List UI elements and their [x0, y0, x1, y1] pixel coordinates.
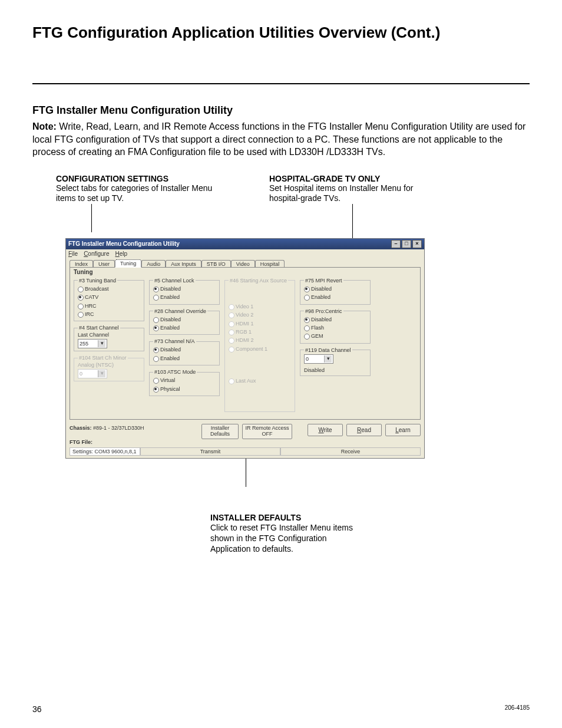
group-procentric: #98 Pro:Centric Disabled Flash GEM: [300, 308, 371, 344]
divider: [32, 83, 530, 84]
radio-irc[interactable]: IRC: [78, 310, 141, 318]
radio-enabled[interactable]: Enabled: [304, 293, 368, 301]
close-icon[interactable]: ×: [412, 240, 422, 248]
chevron-down-icon: ▾: [98, 370, 105, 377]
annotation-installer-defaults: INSTALLER DEFAULTS Click to reset FTG In…: [210, 513, 363, 555]
callout-line: [352, 204, 353, 238]
radio-disabled[interactable]: Disabled: [153, 345, 217, 354]
radio-rgb1: RGB 1: [229, 328, 292, 336]
annotation-hospital: HOSPITAL-GRADE TV ONLY Set Hospital item…: [269, 174, 446, 204]
section-title: FTG Installer Menu Configuration Utility: [32, 104, 530, 117]
callout-line: [246, 459, 246, 487]
tuning-panel: Tuning #3 Tuning Band Broadcast CATV HRC…: [70, 267, 421, 420]
learn-button[interactable]: Learn: [385, 424, 421, 436]
transmit-cell: Transmit: [140, 447, 280, 456]
read-button[interactable]: Read: [346, 424, 382, 436]
minimize-icon[interactable]: –: [391, 240, 401, 248]
radio-component1: Component 1: [229, 345, 292, 353]
group-channel-lock: #5 Channel Lock Disabled Enabled: [149, 278, 220, 305]
radio-last-aux: Last Aux: [229, 377, 292, 385]
radio-enabled[interactable]: Enabled: [153, 354, 217, 363]
title-bar: FTG Installer Menu Configuration Utility…: [66, 239, 424, 249]
radio-video2: Video 2: [229, 311, 292, 319]
status-bar: Settings: COM3 9600,n,8,1 Transmit Recei…: [70, 447, 421, 456]
start-ch-minor-select: 0 ▾: [78, 369, 107, 378]
note-paragraph: Note: Write, Read, Learn, and IR Remote …: [32, 120, 530, 159]
start-channel-select[interactable]: 255 ▾: [78, 339, 107, 348]
annotation-config: CONFIGURATION SETTINGS Select tabs for c…: [56, 174, 233, 204]
radio-video1: Video 1: [229, 302, 292, 311]
page-number: 36: [32, 704, 42, 714]
group-tuning-band: #3 Tuning Band Broadcast CATV HRC IRC: [74, 278, 144, 322]
radio-virtual[interactable]: Virtual: [153, 376, 217, 384]
tab-tuning[interactable]: Tuning: [115, 259, 141, 268]
radio-flash[interactable]: Flash: [304, 324, 368, 332]
settings-cell: Settings: COM3 9600,n,8,1: [70, 447, 140, 456]
chevron-down-icon: ▾: [324, 355, 332, 363]
menu-help[interactable]: Help: [115, 251, 128, 257]
window-title: FTG Installer Menu Configuration Utility: [68, 241, 180, 247]
group-channel-override: #28 Channel Override Disabled Enabled: [149, 308, 220, 335]
radio-hrc[interactable]: HRC: [78, 302, 141, 310]
maximize-icon[interactable]: □: [402, 240, 411, 248]
menu-file[interactable]: File: [68, 251, 78, 257]
group-mpi-revert: #75 MPI Revert Disabled Enabled: [300, 278, 371, 305]
group-starting-aux-source: #46 Starting Aux Source Video 1 Video 2 …: [224, 278, 295, 412]
receive-cell: Receive: [280, 447, 421, 456]
app-window: FTG Installer Menu Configuration Utility…: [65, 238, 425, 459]
chassis-label: Chassis:: [70, 425, 92, 431]
radio-catv[interactable]: CATV: [78, 293, 141, 301]
page-title: FTG Configuration Application Utilities …: [32, 24, 530, 42]
page-footer: 36 206-4185: [32, 704, 530, 714]
write-button[interactable]: Write: [308, 424, 343, 436]
doc-code: 206-4185: [505, 704, 530, 714]
ir-remote-button[interactable]: IR Remote Access OFF: [242, 424, 292, 439]
menu-bar: File Configure Help: [66, 249, 424, 258]
note-label: Note:: [32, 121, 57, 131]
chevron-down-icon: ▾: [98, 340, 105, 347]
group-start-ch-minor: #104 Start Ch Minor Analog (NTSC) 0 ▾: [74, 355, 144, 381]
group-atsc-mode: #103 ATSC Mode Virtual Physical: [149, 369, 220, 396]
group-start-channel: #4 Start Channel Last Channel 255 ▾: [74, 325, 144, 351]
radio-enabled[interactable]: Enabled: [153, 293, 217, 301]
installer-defaults-button[interactable]: Installer Defaults: [201, 424, 239, 439]
radio-physical[interactable]: Physical: [153, 385, 217, 393]
group-channel-na: #73 Channel N/A Disabled Enabled: [149, 338, 220, 365]
radio-broadcast[interactable]: Broadcast: [78, 285, 141, 293]
radio-enabled[interactable]: Enabled: [153, 324, 217, 332]
chassis-value: #89-1 - 32/37LD330H: [93, 425, 144, 431]
radio-disabled[interactable]: Disabled: [304, 315, 368, 324]
callout-line: [91, 204, 92, 232]
menu-configure[interactable]: Configure: [84, 251, 109, 257]
radio-gem[interactable]: GEM: [304, 332, 368, 340]
radio-disabled[interactable]: Disabled: [304, 285, 368, 293]
data-channel-status: Disabled: [304, 367, 368, 373]
chassis-row: Chassis: #89-1 - 32/37LD330H FTG File: I…: [66, 423, 424, 447]
data-channel-select[interactable]: 0 ▾: [304, 354, 333, 364]
group-data-channel: #119 Data Channel 0 ▾ Disabled: [300, 347, 371, 376]
radio-hdmi2: HDMI 2: [229, 336, 292, 344]
panel-name: Tuning: [74, 269, 416, 275]
note-text: Write, Read, Learn, and IR Remote Access…: [32, 121, 525, 157]
tab-bar: Index User Tuning Audio Aux Inputs STB I…: [66, 258, 424, 268]
radio-disabled[interactable]: Disabled: [153, 285, 217, 293]
ftg-file-label: FTG File:: [70, 439, 92, 445]
radio-disabled[interactable]: Disabled: [153, 315, 217, 324]
radio-hdmi1: HDMI 1: [229, 319, 292, 328]
